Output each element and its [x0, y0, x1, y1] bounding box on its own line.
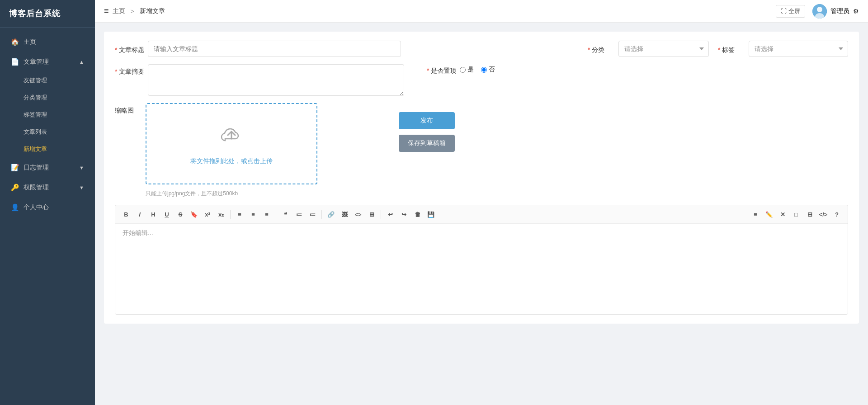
toolbar-align-right[interactable]: ≡ [260, 208, 273, 221]
toolbar-blockquote[interactable]: ❝ [279, 208, 292, 221]
sidebar-item-perm-mgmt-label: 权限管理 [24, 184, 49, 192]
sidebar-item-category-mgmt[interactable]: 分类管理 [0, 89, 95, 106]
row3-right: 发布 保存到草稿箱 [399, 103, 455, 152]
sidebar-item-log-mgmt[interactable]: 📝 日志管理 ▼ [0, 158, 95, 178]
toolbar-code-view[interactable]: </> [817, 208, 830, 221]
toolbar-bookmark[interactable]: 🔖 [188, 208, 200, 221]
publish-button[interactable]: 发布 [399, 112, 455, 129]
breadcrumb-home[interactable]: 主页 [113, 7, 125, 15]
draft-button[interactable]: 保存到草稿箱 [399, 135, 455, 152]
row2-summary: * 文章摘要 [115, 64, 404, 96]
settings-icon[interactable]: ⚙ [853, 8, 859, 15]
top-no-input[interactable] [481, 67, 487, 73]
chevron-down-icon: ▼ [79, 165, 84, 170]
sidebar-item-article-mgmt[interactable]: 📄 文章管理 ▲ [0, 52, 95, 72]
top-yes-input[interactable] [460, 67, 466, 73]
row2-right: * 是否置顶 是 否 [413, 64, 848, 75]
fullscreen-button[interactable]: ⛶ 全屏 [776, 5, 805, 18]
toolbar-redo[interactable]: ↪ [397, 208, 410, 221]
header-left: ≡ 主页 > 新增文章 [104, 6, 165, 16]
sidebar-item-article-list[interactable]: 文章列表 [0, 123, 95, 141]
row1-category: * 分类 请选择 [588, 41, 709, 57]
toolbar-unordered-list[interactable]: ≔ [306, 208, 319, 221]
toolbar-italic[interactable]: I [133, 208, 146, 221]
toolbar-close-icon[interactable]: ✕ [776, 208, 789, 221]
sidebar-item-category-mgmt-label: 分类管理 [24, 94, 47, 102]
toolbar-superscript[interactable]: x² [201, 208, 214, 221]
sidebar-item-personal-center[interactable]: 👤 个人中心 [0, 198, 95, 217]
toolbar-table[interactable]: ⊞ [365, 208, 378, 221]
admin-label: 管理员 [830, 7, 849, 15]
sidebar-item-link-mgmt-label: 友链管理 [24, 76, 47, 85]
toolbar-sep3 [321, 210, 322, 219]
editor-wrapper: B I H U S 🔖 x² x₂ ≡ ≡ ≡ ❝ ≔ ≔ [115, 205, 848, 315]
row2-top: * 是否置顶 是 否 [427, 64, 848, 75]
title-label: * 文章标题 [115, 43, 144, 54]
sidebar-item-add-article-label: 新增文章 [24, 145, 47, 153]
toolbar-save[interactable]: 💾 [425, 208, 437, 221]
upload-box[interactable]: 将文件拖到此处，或点击上传 [146, 103, 317, 184]
toolbar-strikethrough[interactable]: S [174, 208, 187, 221]
toolbar-subscript[interactable]: x₂ [215, 208, 227, 221]
title-required: * [115, 46, 117, 53]
upload-text: 将文件拖到此处，或点击上传 [190, 157, 273, 165]
chevron-up-icon: ▲ [79, 59, 84, 65]
toolbar-list-view[interactable]: ≡ [749, 208, 762, 221]
category-select[interactable]: 请选择 [618, 41, 709, 57]
tags-select[interactable]: 请选择 [749, 41, 848, 57]
main-wrapper: ≡ 主页 > 新增文章 ⛶ 全屏 管理员 ⚙ [95, 0, 868, 405]
toolbar-code-inline[interactable]: <> [352, 208, 364, 221]
toolbar-right: ≡ ✏️ ✕ □ ⊟ </> ? [749, 208, 843, 221]
sidebar-nav: 🏠 主页 📄 文章管理 ▲ 友链管理 分类管理 标签管理 文章列表 新增文章 📝… [0, 28, 95, 405]
editor-placeholder: 开始编辑... [123, 229, 153, 236]
category-label: * 分类 [588, 43, 615, 54]
toolbar-help[interactable]: ? [830, 208, 843, 221]
upload-link[interactable]: 点击上传 [247, 157, 273, 165]
toolbar-delete[interactable]: 🗑 [411, 208, 424, 221]
article-mgmt-icon: 📄 [11, 58, 19, 66]
title-input[interactable] [148, 41, 401, 57]
top-no-radio[interactable]: 否 [481, 66, 495, 74]
thumbnail-label: 缩略图 [115, 103, 142, 115]
editor-toolbar: B I H U S 🔖 x² x₂ ≡ ≡ ≡ ❝ ≔ ≔ [115, 205, 848, 224]
sidebar-item-home-label: 主页 [24, 38, 36, 46]
toolbar-expand[interactable]: □ [790, 208, 802, 221]
summary-textarea[interactable] [148, 64, 404, 96]
header: ≡ 主页 > 新增文章 ⛶ 全屏 管理员 ⚙ [95, 0, 868, 23]
summary-label: * 文章摘要 [115, 64, 144, 76]
toolbar-heading[interactable]: H [147, 208, 160, 221]
avatar [812, 4, 827, 19]
upload-section: 将文件拖到此处，或点击上传 只能上传jpg/png文件，且不超过500kb [146, 103, 317, 198]
menu-icon[interactable]: ≡ [104, 6, 109, 16]
toolbar-align-center[interactable]: ≡ [247, 208, 259, 221]
toolbar-align-left[interactable]: ≡ [233, 208, 246, 221]
sidebar: 博客后台系统 🏠 主页 📄 文章管理 ▲ 友链管理 分类管理 标签管理 文章列表… [0, 0, 95, 405]
tags-label: * 标签 [718, 43, 745, 54]
toolbar-ordered-list[interactable]: ≔ [292, 208, 305, 221]
top-radio-group: 是 否 [460, 66, 495, 74]
sidebar-item-perm-mgmt[interactable]: 🔑 权限管理 ▼ [0, 178, 95, 198]
toolbar-undo[interactable]: ↩ [384, 208, 396, 221]
toolbar-underline[interactable]: U [160, 208, 173, 221]
toolbar-sep1 [230, 210, 231, 219]
toolbar-pen-icon[interactable]: ✏️ [763, 208, 775, 221]
sidebar-item-tag-mgmt[interactable]: 标签管理 [0, 106, 95, 123]
fullscreen-icon: ⛶ [781, 8, 787, 14]
row3-left: 缩略图 将文件拖到此处，或点击上传 [115, 103, 317, 198]
sidebar-item-home[interactable]: 🏠 主页 [0, 32, 95, 52]
personal-center-icon: 👤 [11, 203, 19, 212]
toolbar-image[interactable]: 🖼 [338, 208, 351, 221]
toolbar-split-view[interactable]: ⊟ [803, 208, 816, 221]
top-yes-label: 是 [467, 66, 474, 74]
top-yes-radio[interactable]: 是 [460, 66, 474, 74]
content: * 文章标题 * 分类 请选择 * [95, 23, 868, 405]
fullscreen-label: 全屏 [788, 7, 800, 15]
sidebar-item-link-mgmt[interactable]: 友链管理 [0, 72, 95, 89]
sidebar-item-article-mgmt-label: 文章管理 [24, 58, 49, 66]
avatar-area[interactable]: 管理员 ⚙ [812, 4, 859, 19]
sidebar-item-add-article[interactable]: 新增文章 [0, 141, 95, 158]
toolbar-bold[interactable]: B [120, 208, 132, 221]
toolbar-link[interactable]: 🔗 [325, 208, 337, 221]
editor-body[interactable]: 开始编辑... [115, 224, 848, 314]
perm-mgmt-icon: 🔑 [11, 184, 19, 192]
